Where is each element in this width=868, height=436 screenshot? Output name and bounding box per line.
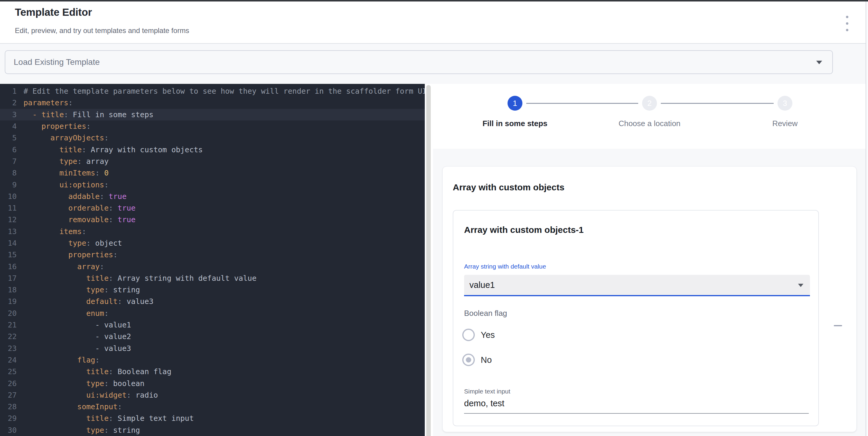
stepper: 1Fill in some steps2Choose a location3Re… — [433, 84, 866, 149]
line-number: 8 — [0, 169, 17, 177]
code-line[interactable]: 11 orderable: true — [0, 202, 425, 214]
code-text: type: boolean — [24, 379, 144, 388]
code-line[interactable]: 12 removable: true — [0, 214, 425, 226]
kebab-dot-icon — [846, 22, 848, 25]
code-line[interactable]: 23 - value3 — [0, 343, 425, 354]
code-text: - value2 — [24, 332, 131, 341]
code-line[interactable]: 3 - title: Fill in some steps — [0, 109, 425, 121]
code-line[interactable]: 6 title: Array with custom objects — [0, 144, 425, 155]
code-line[interactable]: 2parameters: — [0, 97, 425, 108]
radio-checked-icon[interactable] — [462, 354, 475, 366]
radio-unchecked-icon[interactable] — [462, 329, 475, 341]
code-line[interactable]: 21 - value1 — [0, 319, 425, 331]
kebab-dot-icon — [846, 29, 848, 31]
code-line[interactable]: 28 someInput: — [0, 401, 425, 412]
code-line[interactable]: 26 type: boolean — [0, 377, 425, 389]
line-number: 30 — [0, 426, 17, 435]
code-text: enum: — [24, 309, 108, 317]
code-text: type: object — [24, 239, 122, 247]
step-connector — [661, 103, 774, 104]
code-text: ui:widget: radio — [24, 391, 158, 399]
code-text: title: Array string with default value — [24, 274, 256, 282]
load-existing-template-select[interactable]: Load Existing Template — [5, 50, 833, 74]
line-number: 10 — [0, 192, 17, 201]
step-label: Review — [722, 119, 847, 128]
step-indicator: 1 — [507, 96, 522, 111]
form-preview-panel: 1Fill in some steps2Choose a location3Re… — [433, 84, 866, 436]
code-text: - title: Fill in some steps — [24, 110, 154, 119]
form-section-title: Array with custom objects — [453, 182, 564, 193]
load-template-bar: Load Existing Template — [0, 44, 868, 84]
page-title: Template Editor — [15, 6, 92, 18]
code-line[interactable]: 14 type: object — [0, 237, 425, 249]
code-line[interactable]: 22 - value2 — [0, 331, 425, 342]
page-scrollbar-gutter[interactable] — [866, 1, 868, 436]
text-field-underline — [464, 413, 809, 414]
editor-scrollbar-track[interactable] — [425, 84, 433, 436]
code-line[interactable]: 7 type: array — [0, 156, 425, 167]
template-editor-app: Template Editor Edit, preview, and try o… — [0, 0, 868, 436]
code-line[interactable]: 19 default: value3 — [0, 296, 425, 307]
line-number: 9 — [0, 180, 17, 189]
code-line[interactable]: 18 type: string — [0, 284, 425, 296]
code-text: parameters: — [24, 98, 73, 107]
line-number: 29 — [0, 414, 17, 423]
radio-option-label: No — [481, 355, 492, 365]
code-text: arrayObjects: — [24, 134, 108, 142]
code-line[interactable]: 24 flag: — [0, 354, 425, 366]
radio-option-no[interactable]: No — [462, 354, 492, 366]
line-number: 4 — [0, 122, 17, 131]
page-subtitle: Edit, preview, and try out templates and… — [15, 27, 189, 35]
line-number: 5 — [0, 134, 17, 142]
radio-option-label: Yes — [481, 330, 495, 340]
code-line[interactable]: 30 type: string — [0, 425, 425, 436]
code-text: removable: true — [24, 215, 135, 224]
line-number: 20 — [0, 309, 17, 317]
code-line[interactable]: 10 addable: true — [0, 191, 425, 202]
line-number: 23 — [0, 344, 17, 353]
code-line[interactable]: 20 enum: — [0, 307, 425, 319]
code-text: addable: true — [24, 192, 126, 201]
code-text: ui:options: — [24, 180, 108, 189]
chevron-down-icon — [798, 284, 803, 287]
step-connector — [526, 103, 638, 104]
code-line[interactable]: 15 properties: — [0, 249, 425, 261]
text-field-label: Simple text input — [464, 388, 510, 395]
text-field-value[interactable]: demo, test — [464, 399, 504, 408]
code-text: title: Boolean flag — [24, 367, 172, 376]
code-line[interactable]: 1# Edit the template parameters below to… — [0, 86, 425, 97]
code-line[interactable]: 17 title: Array string with default valu… — [0, 272, 425, 284]
code-line[interactable]: 16 array: — [0, 261, 425, 272]
code-line[interactable]: 5 arrayObjects: — [0, 132, 425, 144]
code-text: flag: — [24, 356, 100, 364]
code-line[interactable]: 4 properties: — [0, 121, 425, 132]
code-text: array: — [24, 262, 104, 271]
form-section-card: Array with custom objects Array with cus… — [442, 166, 857, 432]
line-number: 16 — [0, 262, 17, 271]
line-number: 7 — [0, 157, 17, 166]
code-text: type: string — [24, 286, 140, 294]
yaml-code-editor[interactable]: 1# Edit the template parameters below to… — [0, 84, 425, 436]
line-number: 13 — [0, 227, 17, 236]
radio-option-yes[interactable]: Yes — [462, 329, 495, 341]
code-text: orderable: true — [24, 204, 135, 212]
more-options-menu-button[interactable] — [841, 16, 853, 31]
step-indicator: 2 — [642, 96, 657, 111]
code-line[interactable]: 13 items: — [0, 226, 425, 237]
code-line[interactable]: 8 minItems: 0 — [0, 167, 425, 179]
editor-scrollbar-thumb[interactable] — [426, 85, 431, 436]
code-line[interactable]: 9 ui:options: — [0, 179, 425, 190]
select-field-label: Array string with default value — [464, 263, 546, 270]
minus-icon — [834, 325, 842, 326]
code-line[interactable]: 25 title: Boolean flag — [0, 366, 425, 377]
code-text: title: Array with custom objects — [24, 145, 203, 154]
code-line[interactable]: 27 ui:widget: radio — [0, 389, 425, 401]
code-line[interactable]: 29 title: Simple text input — [0, 412, 425, 424]
code-text: someInput: — [24, 402, 122, 411]
select-field-value: value1 — [469, 275, 495, 295]
array-string-select[interactable]: value1 — [464, 275, 810, 296]
line-number: 28 — [0, 402, 17, 411]
code-text: type: string — [24, 426, 140, 435]
remove-array-item-button[interactable] — [830, 318, 846, 333]
code-text: minItems: 0 — [24, 169, 108, 177]
